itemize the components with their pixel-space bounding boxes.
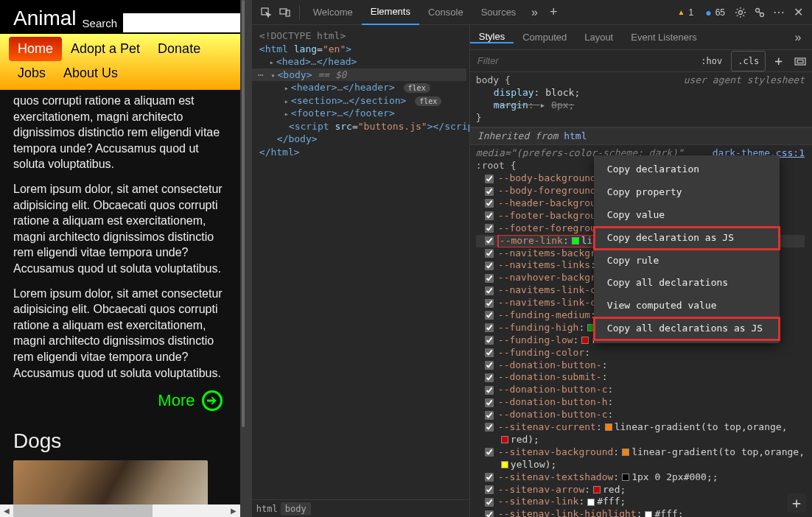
svg-rect-7 [797,60,803,63]
panel-resizer[interactable] [240,0,251,517]
property-toggle[interactable] [485,286,494,295]
inherited-link[interactable]: html [564,130,587,141]
tab-layout[interactable]: Layout [575,32,622,43]
add-tab-icon[interactable]: + [544,3,563,22]
rendered-page: Animal Search Home Adopt a Pet Donate Jo… [0,0,240,517]
property-toggle[interactable] [485,274,494,283]
ctx-copy-declaration[interactable]: Copy declaration [594,158,780,181]
paragraph: Lorem ipsum dolor, sit amet consectetur … [13,286,227,381]
property-toggle[interactable] [485,261,494,270]
css-property-row[interactable]: --sitenav-current:linear-gradient(to top… [476,421,805,434]
css-property-row[interactable]: --sitenav-background:linear-gradient(to … [476,446,805,459]
property-toggle[interactable] [485,236,494,245]
property-toggle[interactable] [485,311,494,320]
search-input[interactable] [123,13,240,32]
styles-filter-input[interactable] [470,55,696,66]
more-styles-tabs-icon[interactable]: » [788,28,808,47]
styles-panel: Styles Computed Layout Event Listeners »… [470,25,812,517]
box-model-icon[interactable] [788,51,812,71]
nav-about[interactable]: About Us [55,61,127,85]
ctx-view-computed-value[interactable]: View computed value [594,295,780,317]
tab-event-listeners[interactable]: Event Listeners [622,32,706,43]
property-toggle[interactable] [485,323,494,332]
ctx-copy-value[interactable]: Copy value [594,204,780,227]
css-property-row[interactable]: --sitenav-link-highlight:#fff; [476,508,805,517]
property-toggle[interactable] [485,361,494,370]
elements-panel: <!DOCTYPE html> <html lang="en"> <head>…… [252,25,470,517]
inspect-icon[interactable] [256,3,276,22]
cls-button[interactable]: .cls [731,51,766,71]
css-property-row[interactable]: --funding-color: [476,347,805,359]
ctx-copy-rule[interactable]: Copy rule [594,250,780,272]
info-badge[interactable]: 65 [701,5,729,20]
hov-button[interactable]: :hov [695,51,728,71]
tab-welcome[interactable]: Welcome [304,0,362,25]
more-link[interactable]: More [158,390,223,412]
tab-console[interactable]: Console [419,0,472,25]
horizontal-scrollbar[interactable]: ◀ ▶ [0,504,240,517]
page-content: quos corrupti ratione a aliquam est exer… [0,90,240,419]
ctx-copy-declaration-as-js[interactable]: Copy declaration as JS [594,227,780,250]
css-property-row[interactable]: --sitenav-textshadow:1px 0 2px#000;; [476,471,805,484]
device-icon[interactable] [276,3,295,22]
css-property-row[interactable]: --donation-button-c: [476,384,805,396]
nav-home[interactable]: Home [9,37,62,61]
css-property-row-cont[interactable]: yellow); [476,459,805,471]
property-toggle[interactable] [485,348,494,357]
close-icon[interactable]: ✕ [788,3,808,22]
tab-elements[interactable]: Elements [362,0,419,25]
property-toggle[interactable] [485,336,494,345]
ctx-copy-property[interactable]: Copy property [594,181,780,204]
dom-tree[interactable]: <!DOCTYPE html> <html lang="en"> <head>…… [252,25,469,499]
property-toggle[interactable] [485,498,494,507]
tab-styles[interactable]: Styles [470,31,514,43]
property-toggle[interactable] [485,175,494,183]
scroll-right-button[interactable]: ▶ [227,504,240,517]
property-toggle[interactable] [485,373,494,382]
nav-adopt[interactable]: Adopt a Pet [62,37,149,61]
css-property-row[interactable]: --donation-button-: [476,359,805,372]
more-icon[interactable]: ⋯ [769,3,788,22]
property-toggle[interactable] [485,299,494,308]
scroll-left-button[interactable]: ◀ [0,504,13,517]
css-property-row-cont[interactable]: red); [476,434,805,446]
ctx-copy-all-declarations[interactable]: Copy all declarations [594,272,780,295]
warnings-badge[interactable]: 1 [673,5,699,20]
nav-donate[interactable]: Donate [149,37,209,61]
add-property-icon[interactable]: + [787,493,806,513]
property-toggle[interactable] [485,485,494,494]
scroll-thumb[interactable] [13,504,153,517]
property-toggle[interactable] [485,211,494,220]
property-toggle[interactable] [485,199,494,208]
crumb-html[interactable]: html [256,504,278,514]
property-toggle[interactable] [485,423,494,432]
breadcrumb[interactable]: html body [252,499,469,517]
section-heading-dogs: Dogs [13,429,240,453]
settings-icon[interactable] [731,3,750,22]
devtools: Welcome Elements Console Sources » + 1 6… [252,0,812,517]
property-toggle[interactable] [485,224,494,233]
property-toggle[interactable] [485,473,494,482]
more-tabs-icon[interactable]: » [525,3,544,22]
css-property-row[interactable]: --donation-button-h: [476,396,805,409]
crumb-body[interactable]: body [281,502,311,516]
css-rules[interactable]: user agent stylesheet body { display: bl… [470,72,812,517]
css-property-row[interactable]: --donation-submit-: [476,371,805,384]
property-toggle[interactable] [485,448,494,457]
property-toggle[interactable] [485,187,494,196]
css-property-row[interactable]: --sitenav-arrow:red; [476,484,805,496]
css-property-row[interactable]: --donation-button-c: [476,409,805,421]
nav-jobs[interactable]: Jobs [9,61,55,85]
property-toggle[interactable] [485,510,494,517]
property-toggle[interactable] [485,249,494,258]
tab-computed[interactable]: Computed [514,32,575,43]
property-toggle[interactable] [485,411,494,420]
activity-icon[interactable] [750,3,769,22]
selected-body-node[interactable]: ⋯ <body> == $0 [252,68,466,82]
css-property-row[interactable]: --sitenav-link:#fff; [476,496,805,508]
tab-sources[interactable]: Sources [472,0,525,25]
property-toggle[interactable] [485,386,494,395]
property-toggle[interactable] [485,398,494,407]
ctx-copy-all-declarations-as-js[interactable]: Copy all declarations as JS [594,317,780,340]
new-rule-icon[interactable]: + [769,51,788,71]
